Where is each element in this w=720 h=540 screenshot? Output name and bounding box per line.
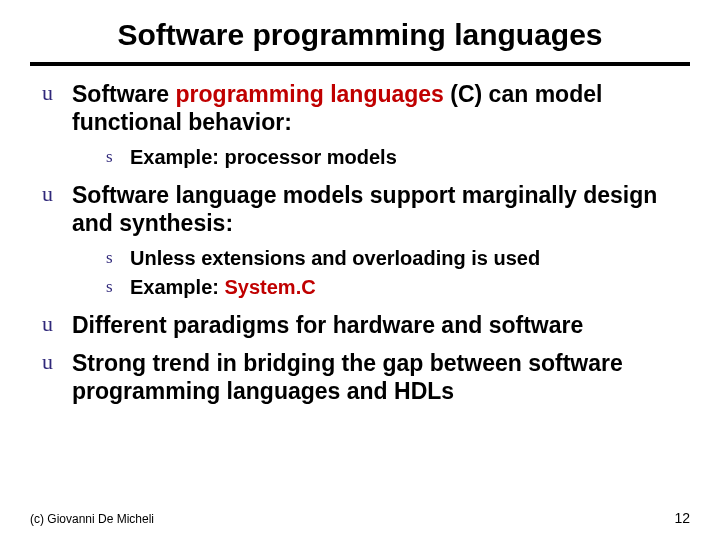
bullet-1-emphasis: programming languages xyxy=(176,81,444,107)
bullet-2-sub-2-pre: Example: xyxy=(130,276,224,298)
bullet-2-text: Software language models support margina… xyxy=(72,182,657,236)
bullet-1-sublist: Example: processor models xyxy=(72,144,690,171)
bullet-2-sub-1: Unless extensions and overloading is use… xyxy=(104,245,690,272)
slide-title: Software programming languages xyxy=(30,18,690,62)
bullet-list: Software programming languages (C) can m… xyxy=(30,80,690,405)
title-rule xyxy=(30,62,690,66)
bullet-2-sub-2: Example: System.C xyxy=(104,274,690,301)
bullet-2-sublist: Unless extensions and overloading is use… xyxy=(72,245,690,301)
bullet-1-sub-1: Example: processor models xyxy=(104,144,690,171)
bullet-2: Software language models support margina… xyxy=(38,181,690,301)
bullet-1-text-pre: Software xyxy=(72,81,176,107)
bullet-4: Strong trend in bridging the gap between… xyxy=(38,349,690,405)
bullet-3: Different paradigms for hardware and sof… xyxy=(38,311,690,339)
bullet-2-sub-2-emphasis: System.C xyxy=(224,276,315,298)
bullet-1: Software programming languages (C) can m… xyxy=(38,80,690,171)
footer-copyright: (c) Giovanni De Micheli xyxy=(30,512,154,526)
page-number: 12 xyxy=(674,510,690,526)
